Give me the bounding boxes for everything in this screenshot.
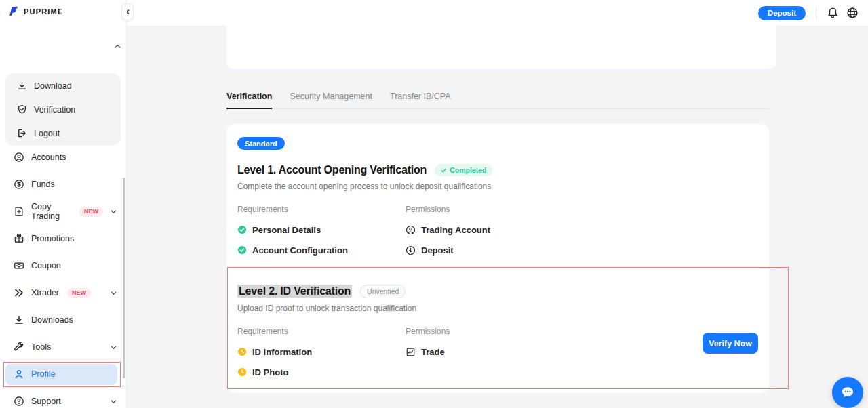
- permission-deposit: Deposit: [406, 245, 758, 255]
- double-chevron-icon: [14, 287, 24, 298]
- sidebar-item-label: Xtrader: [31, 288, 59, 298]
- deposit-circle-icon: [406, 245, 416, 256]
- sidebar-nav: Accounts Funds Copy Trading NEW Promotio…: [0, 144, 126, 408]
- chevron-down-icon: [110, 344, 117, 351]
- trade-chart-icon: [406, 347, 416, 357]
- requirement-id-photo: ID Photo: [237, 367, 406, 377]
- sidebar-item-label: Accounts: [31, 152, 66, 162]
- account-dropdown-menu: Download Verification Logout: [5, 73, 121, 146]
- level2-requirements-column: Requirements ID Information ID Photo: [237, 327, 406, 377]
- permissions-label: Permissions: [406, 205, 758, 214]
- menu-item-label: Download: [34, 81, 72, 91]
- check-circle-icon: [237, 225, 247, 234]
- profile-summary-card-bottom: [226, 26, 776, 70]
- menu-item-verification[interactable]: Verification: [5, 98, 121, 121]
- level2-grid: Requirements ID Information ID Photo Per…: [237, 327, 758, 377]
- menu-item-logout[interactable]: Logout: [5, 121, 121, 145]
- download-icon: [14, 314, 24, 325]
- level1-requirements-column: Requirements Personal Details Account Co…: [237, 205, 406, 255]
- chevron-up-icon[interactable]: [112, 41, 123, 52]
- level2-header: Level 2. ID Verification Unverified: [237, 285, 758, 298]
- requirement-account-configuration: Account Configuration: [237, 245, 406, 255]
- chat-bubble-icon: [840, 384, 856, 401]
- brand-name: PUPRIME: [24, 7, 64, 16]
- requirements-label: Requirements: [237, 205, 406, 214]
- requirement-id-information: ID Information: [237, 347, 406, 356]
- sidebar-item-label: Promotions: [31, 234, 74, 243]
- deposit-button[interactable]: Deposit: [758, 6, 806, 20]
- tab-transfer-ib-cpa[interactable]: Transfer IB/CPA: [390, 91, 451, 108]
- chevron-down-icon: [110, 289, 117, 297]
- sidebar-scrollbar[interactable]: [123, 178, 125, 378]
- verification-card: Standard Level 1. Account Opening Verifi…: [226, 124, 769, 393]
- level1-subtitle: Complete the account opening process to …: [237, 182, 758, 191]
- level2-subtitle: Upload ID proof to unlock transaction qu…: [237, 304, 758, 313]
- topbar-actions: Deposit: [758, 0, 859, 26]
- sidebar-item-coupon[interactable]: Coupon: [0, 252, 126, 279]
- brand-logo[interactable]: PUPRIME: [8, 5, 64, 17]
- level1-status-text: Completed: [450, 166, 486, 174]
- clock-pending-icon: [237, 347, 247, 356]
- menu-item-label: Logout: [34, 129, 60, 138]
- sidebar-item-label: Profile: [31, 369, 55, 379]
- new-badge: NEW: [67, 288, 91, 298]
- sidebar-item-downloads[interactable]: Downloads: [0, 306, 126, 333]
- user-circle-icon: [14, 152, 24, 163]
- sidebar-collapse-button[interactable]: [121, 3, 134, 20]
- download-icon: [16, 81, 27, 91]
- sidebar-item-label: Funds: [31, 180, 55, 189]
- requirements-label: Requirements: [237, 327, 406, 336]
- level2-title-highlighted-text: Level 2. ID Verification: [237, 285, 352, 298]
- coupon-icon: [14, 260, 24, 271]
- requirement-label: Personal Details: [252, 225, 321, 235]
- check-icon: [441, 167, 447, 174]
- level1-header: Level 1. Account Opening Verification Co…: [237, 164, 758, 176]
- person-icon: [14, 369, 24, 380]
- level1-grid: Requirements Personal Details Account Co…: [237, 205, 758, 255]
- permission-label: Deposit: [421, 245, 454, 256]
- sidebar-item-label: Downloads: [31, 315, 73, 325]
- notifications-bell-icon[interactable]: [827, 7, 839, 19]
- level1-status-badge: Completed: [435, 164, 492, 176]
- live-chat-button[interactable]: [832, 377, 863, 408]
- sidebar-item-label: Coupon: [31, 261, 61, 270]
- gift-icon: [14, 233, 24, 244]
- sidebar-item-accounts[interactable]: Accounts: [0, 144, 126, 171]
- verify-now-button[interactable]: Verify Now: [703, 333, 758, 354]
- profile-tabs: Verification Security Management Transfe…: [226, 91, 769, 109]
- logout-icon: [16, 128, 27, 139]
- wrench-icon: [14, 342, 24, 352]
- question-circle-icon: [14, 396, 24, 407]
- clock-pending-icon: [237, 367, 247, 377]
- sidebar-item-support[interactable]: Support: [0, 388, 126, 408]
- language-globe-icon[interactable]: [846, 7, 859, 19]
- level2-status-badge: Unverified: [360, 285, 406, 298]
- new-badge: NEW: [79, 207, 103, 217]
- requirement-label: ID Information: [252, 347, 312, 357]
- dollar-circle-icon: [14, 179, 24, 190]
- sidebar-item-label: Copy Trading: [31, 202, 71, 221]
- sidebar-item-funds[interactable]: Funds: [0, 171, 126, 198]
- level1-permissions-column: Permissions Trading Account Deposit: [406, 205, 758, 255]
- copy-trading-icon: [14, 206, 24, 217]
- sidebar-item-copy-trading[interactable]: Copy Trading NEW: [0, 198, 126, 225]
- check-circle-icon: [237, 245, 247, 255]
- sidebar-item-tools[interactable]: Tools: [0, 333, 126, 361]
- requirement-label: ID Photo: [252, 367, 288, 378]
- user-circle-icon: [406, 225, 416, 235]
- sidebar-item-xtrader[interactable]: Xtrader NEW: [0, 279, 126, 306]
- menu-item-download[interactable]: Download: [5, 74, 121, 98]
- sidebar-item-profile[interactable]: Profile: [5, 364, 117, 385]
- tab-verification[interactable]: Verification: [226, 91, 272, 108]
- tab-security-management[interactable]: Security Management: [290, 91, 372, 108]
- plan-badge: Standard: [237, 137, 285, 150]
- sidebar: PUPRIME Download Verification Logout Acc…: [0, 0, 127, 408]
- sidebar-item-label: Support: [31, 396, 61, 406]
- permission-label: Trading Account: [421, 225, 490, 235]
- shield-check-icon: [16, 104, 27, 115]
- sidebar-item-label: Tools: [31, 342, 51, 352]
- puprime-logo-icon: [8, 5, 20, 17]
- requirement-label: Account Configuration: [252, 245, 348, 256]
- sidebar-item-promotions[interactable]: Promotions: [0, 225, 126, 252]
- level2-title: Level 2. ID Verification: [237, 285, 352, 298]
